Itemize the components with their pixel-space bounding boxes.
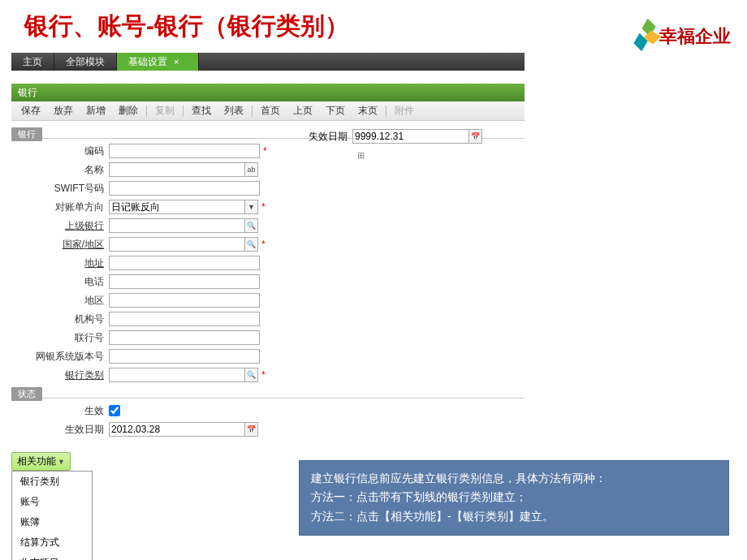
label-direction: 对账单方向 bbox=[11, 200, 109, 214]
label-country[interactable]: 国家/地区 bbox=[11, 238, 109, 252]
delete-button[interactable]: 删除 bbox=[112, 104, 145, 118]
label-expdate: 失效日期 bbox=[304, 130, 352, 144]
phone-input[interactable] bbox=[109, 274, 260, 289]
calendar-icon[interactable]: 📅 bbox=[245, 422, 258, 437]
prev-button[interactable]: 上页 bbox=[287, 104, 319, 118]
attach-button: 附件 bbox=[388, 104, 421, 118]
label-address[interactable]: 地址 bbox=[11, 256, 109, 270]
menu-settlement[interactable]: 结算方式 bbox=[12, 532, 92, 553]
chevron-down-icon: ▼ bbox=[58, 458, 65, 466]
related-functions-button[interactable]: 相关功能 ▼ bbox=[11, 452, 71, 471]
find-button[interactable]: 查找 bbox=[185, 104, 218, 118]
search-icon[interactable]: 🔍 bbox=[245, 218, 258, 233]
address-input[interactable] bbox=[109, 256, 260, 270]
label-code: 编码 bbox=[11, 144, 109, 158]
country-input[interactable] bbox=[109, 237, 245, 252]
nav-tab-label: 基础设置 bbox=[128, 55, 167, 69]
label-region: 地区 bbox=[11, 294, 109, 308]
close-icon[interactable]: × bbox=[174, 57, 179, 67]
ebank-input[interactable] bbox=[109, 349, 260, 364]
last-button[interactable]: 末页 bbox=[352, 104, 384, 118]
form-area: 银行 编码 * 名称 ab SWIFT号码 对账单方向 ▼ * 上级银行 🔍 国… bbox=[11, 121, 525, 438]
required-icon: * bbox=[261, 201, 266, 213]
required-icon: * bbox=[261, 369, 266, 381]
label-orgno: 机构号 bbox=[11, 312, 109, 326]
label-effdate: 生效日期 bbox=[11, 423, 109, 437]
logo-text: 幸福企业 bbox=[659, 24, 731, 49]
label-effective: 生效 bbox=[11, 404, 109, 418]
separator bbox=[146, 106, 147, 117]
label-parent[interactable]: 上级银行 bbox=[11, 219, 109, 233]
menu-ledger[interactable]: 账簿 bbox=[12, 512, 92, 532]
direction-select[interactable] bbox=[109, 200, 245, 214]
abandon-button[interactable]: 放弃 bbox=[47, 104, 80, 118]
orgno-input[interactable] bbox=[109, 312, 260, 326]
label-linkno: 联行号 bbox=[11, 331, 109, 345]
first-button[interactable]: 首页 bbox=[254, 104, 287, 118]
label-name: 名称 bbox=[11, 163, 109, 177]
required-icon: * bbox=[261, 239, 266, 250]
tree-icon[interactable]: ⊞ bbox=[357, 150, 482, 161]
effective-checkbox[interactable] bbox=[109, 405, 120, 416]
expdate-input[interactable] bbox=[352, 129, 469, 144]
section-title: 银行 bbox=[11, 84, 525, 101]
group-status: 状态 bbox=[11, 387, 42, 401]
related-dropdown: 银行类别 账号 账簿 结算方式 收支项目 bbox=[11, 471, 93, 560]
logo: 幸福企业 bbox=[624, 20, 731, 53]
parent-input[interactable] bbox=[109, 218, 245, 233]
new-button[interactable]: 新增 bbox=[80, 104, 112, 118]
calendar-icon[interactable]: 📅 bbox=[469, 129, 482, 144]
lang-icon[interactable]: ab bbox=[245, 162, 258, 177]
save-button[interactable]: 保存 bbox=[15, 104, 47, 118]
nav-all-modules[interactable]: 全部模块 bbox=[54, 53, 117, 71]
region-input[interactable] bbox=[109, 293, 260, 308]
search-icon[interactable]: 🔍 bbox=[245, 368, 258, 382]
search-icon[interactable]: 🔍 bbox=[245, 237, 258, 252]
group-bank: 银行 bbox=[11, 127, 42, 141]
chevron-down-icon[interactable]: ▼ bbox=[245, 200, 258, 214]
label-category[interactable]: 银行类别 bbox=[11, 368, 109, 382]
menu-income-expense[interactable]: 收支项目 bbox=[12, 553, 92, 560]
menu-account[interactable]: 账号 bbox=[12, 492, 92, 512]
code-input[interactable] bbox=[109, 144, 260, 158]
next-button[interactable]: 下页 bbox=[319, 104, 352, 118]
nav-bar: 主页 全部模块 基础设置 × bbox=[11, 53, 525, 71]
separator bbox=[386, 106, 386, 117]
toolbar: 保存 放弃 新增 删除 复制 查找 列表 首页 上页 下页 末页 附件 bbox=[11, 101, 525, 121]
logo-icon bbox=[624, 20, 656, 53]
separator bbox=[252, 106, 253, 117]
help-line1: 建立银行信息前应先建立银行类别信息，具体方法有两种： bbox=[311, 469, 717, 489]
required-icon: * bbox=[263, 145, 267, 157]
help-box: 建立银行信息前应先建立银行类别信息，具体方法有两种： 方法一：点击带有下划线的银… bbox=[299, 460, 729, 536]
effdate-input[interactable] bbox=[109, 422, 245, 437]
copy-button: 复制 bbox=[149, 104, 181, 118]
list-button[interactable]: 列表 bbox=[218, 104, 250, 118]
right-column: 失效日期 📅 ⊞ bbox=[304, 127, 482, 161]
label-swift: SWIFT号码 bbox=[11, 182, 109, 196]
menu-bank-category[interactable]: 银行类别 bbox=[12, 472, 92, 492]
linkno-input[interactable] bbox=[109, 330, 260, 345]
help-line3: 方法二：点击【相关功能】-【银行类别】建立。 bbox=[311, 507, 717, 527]
related-label: 相关功能 bbox=[17, 454, 56, 468]
nav-home[interactable]: 主页 bbox=[11, 53, 54, 71]
category-input[interactable] bbox=[109, 368, 245, 382]
swift-input[interactable] bbox=[109, 181, 260, 196]
label-ebank: 网银系统版本号 bbox=[11, 350, 109, 364]
label-phone: 电话 bbox=[11, 275, 109, 289]
name-input[interactable] bbox=[109, 162, 245, 177]
separator bbox=[183, 106, 184, 117]
help-line2: 方法一：点击带有下划线的银行类别建立； bbox=[311, 488, 717, 507]
nav-basic-settings[interactable]: 基础设置 × bbox=[117, 53, 199, 71]
